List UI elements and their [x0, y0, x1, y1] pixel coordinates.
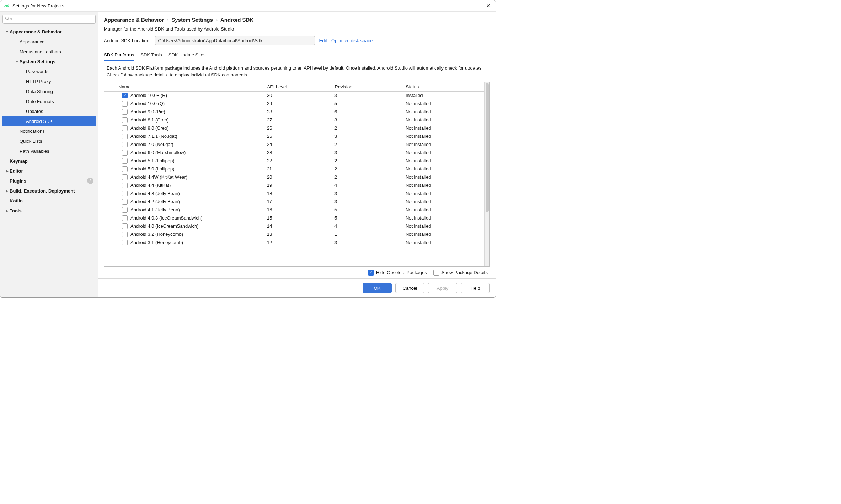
tab-sdk-update-sites[interactable]: SDK Update Sites	[168, 50, 206, 61]
apply-button[interactable]: Apply	[428, 283, 457, 293]
api-level: 26	[264, 124, 332, 132]
checkbox[interactable]	[122, 240, 128, 245]
help-button[interactable]: Help	[461, 283, 490, 293]
sidebar-item[interactable]: Quick Lists	[2, 136, 96, 146]
sidebar-item[interactable]: ▶Build, Execution, Deployment	[2, 186, 96, 196]
checkbox[interactable]	[122, 125, 128, 131]
sidebar-item[interactable]: Plugins2	[2, 176, 96, 186]
table-row[interactable]: Android 7.0 (Nougat)242Not installed	[104, 140, 484, 148]
sidebar-item[interactable]: Data Sharing	[2, 86, 96, 96]
table-row[interactable]: Android 5.0 (Lollipop)212Not installed	[104, 165, 484, 173]
chevron-down-icon[interactable]: ▼	[5, 30, 10, 34]
checkbox[interactable]	[122, 191, 128, 196]
table-row[interactable]: Android 4.4W (KitKat Wear)202Not install…	[104, 173, 484, 181]
checkbox[interactable]	[122, 158, 128, 164]
sidebar-item[interactable]: ▶Editor	[2, 166, 96, 176]
tab-sdk-tools[interactable]: SDK Tools	[140, 50, 162, 61]
ok-button[interactable]: OK	[363, 283, 392, 293]
edit-link[interactable]: Edit	[319, 38, 327, 43]
table-row[interactable]: Android 9.0 (Pie)286Not installed	[104, 108, 484, 116]
checkbox[interactable]: ✓	[122, 93, 128, 98]
platform-name: Android 4.0.3 (IceCreamSandwich)	[130, 215, 202, 221]
sidebar-item[interactable]: Date Formats	[2, 96, 96, 106]
table-row[interactable]: Android 7.1.1 (Nougat)253Not installed	[104, 132, 484, 140]
platform-name: Android 4.4 (KitKat)	[130, 183, 171, 188]
chevron-down-icon[interactable]: ▼	[15, 60, 20, 64]
table-row[interactable]: Android 4.2 (Jelly Bean)173Not installed	[104, 197, 484, 206]
scrollbar-thumb[interactable]	[486, 83, 489, 212]
checkbox-icon	[433, 270, 439, 276]
sidebar-item-label: Date Formats	[26, 99, 54, 104]
platform-name: Android 7.1.1 (Nougat)	[130, 134, 177, 139]
sidebar-item[interactable]: Updates	[2, 106, 96, 116]
sidebar-item[interactable]: ▼Appearance & Behavior	[2, 27, 96, 37]
status: Not installed	[403, 108, 484, 116]
column-status[interactable]: Status	[403, 82, 484, 92]
sidebar-item-label: Data Sharing	[26, 89, 53, 94]
table-row[interactable]: Android 4.3 (Jelly Bean)183Not installed	[104, 189, 484, 197]
checkbox[interactable]	[122, 134, 128, 139]
sidebar-item[interactable]: ▼System Settings	[2, 56, 96, 66]
chevron-right-icon[interactable]: ▶	[5, 189, 10, 193]
checkbox[interactable]	[122, 207, 128, 213]
table-row[interactable]: Android 5.1 (Lollipop)222Not installed	[104, 157, 484, 165]
vertical-scrollbar[interactable]	[484, 82, 489, 266]
sidebar-item-label: Passwords	[26, 69, 49, 74]
show-details-checkbox[interactable]: Show Package Details	[433, 270, 488, 276]
table-row[interactable]: Android 4.0 (IceCreamSandwich)144Not ins…	[104, 222, 484, 230]
table-row[interactable]: Android 8.0 (Oreo)262Not installed	[104, 124, 484, 132]
sidebar-item[interactable]: Path Variables	[2, 146, 96, 156]
column-name[interactable]: Name	[104, 82, 264, 92]
checkbox[interactable]	[122, 174, 128, 180]
table-row[interactable]: Android 4.1 (Jelly Bean)165Not installed	[104, 206, 484, 214]
checkbox[interactable]	[122, 166, 128, 172]
chevron-right-icon[interactable]: ▶	[5, 209, 10, 213]
column-revision[interactable]: Revision	[332, 82, 403, 92]
table-row[interactable]: Android 8.1 (Oreo)273Not installed	[104, 116, 484, 124]
checkbox[interactable]	[122, 215, 128, 221]
checkbox[interactable]	[122, 223, 128, 229]
search-dropdown-icon[interactable]: ▾	[10, 17, 12, 21]
column-api[interactable]: API Level	[264, 82, 332, 92]
checkbox[interactable]	[122, 117, 128, 123]
platform-name: Android 8.0 (Oreo)	[130, 125, 169, 131]
sidebar-item[interactable]: Appearance	[2, 37, 96, 47]
chevron-right-icon[interactable]: ▶	[5, 169, 10, 173]
sidebar-item[interactable]: Keymap	[2, 156, 96, 166]
hide-obsolete-checkbox[interactable]: ✓ Hide Obsolete Packages	[368, 270, 427, 276]
status: Not installed	[403, 116, 484, 124]
sidebar-item[interactable]: Kotlin	[2, 196, 96, 206]
revision: 4	[332, 181, 403, 189]
table-row[interactable]: Android 3.1 (Honeycomb)123Not installed	[104, 238, 484, 246]
table-row[interactable]: Android 3.2 (Honeycomb)131Not installed	[104, 230, 484, 238]
sidebar-item[interactable]: Notifications	[2, 126, 96, 136]
api-level: 12	[264, 238, 332, 246]
checkbox[interactable]	[122, 142, 128, 147]
close-icon[interactable]: ✕	[484, 2, 492, 9]
sdk-location-field[interactable]	[155, 36, 315, 45]
optimize-link[interactable]: Optimize disk space	[331, 38, 373, 43]
checkbox[interactable]	[122, 101, 128, 107]
api-level: 14	[264, 222, 332, 230]
table-row[interactable]: Android 6.0 (Marshmallow)233Not installe…	[104, 148, 484, 157]
table-row[interactable]: ✓Android 10.0+ (R)303Installed	[104, 91, 484, 99]
sidebar-item-label: Android SDK	[26, 119, 53, 124]
search-input[interactable]: ▾	[2, 15, 96, 24]
checkbox[interactable]	[122, 232, 128, 237]
checkbox[interactable]	[122, 109, 128, 115]
tab-sdk-platforms[interactable]: SDK Platforms	[104, 50, 134, 61]
table-row[interactable]: Android 4.0.3 (IceCreamSandwich)155Not i…	[104, 214, 484, 222]
checkbox[interactable]	[122, 199, 128, 205]
sidebar-item[interactable]: Android SDK	[2, 116, 96, 126]
sidebar-item[interactable]: HTTP Proxy	[2, 76, 96, 86]
table-row[interactable]: Android 4.4 (KitKat)194Not installed	[104, 181, 484, 189]
checkbox[interactable]	[122, 150, 128, 156]
platforms-table: Name API Level Revision Status ✓Android …	[104, 82, 490, 267]
table-row[interactable]: Android 10.0 (Q)295Not installed	[104, 99, 484, 108]
sidebar-item[interactable]: Passwords	[2, 66, 96, 76]
sidebar-item[interactable]: ▶Tools	[2, 206, 96, 216]
checkbox[interactable]	[122, 183, 128, 188]
cancel-button[interactable]: Cancel	[395, 283, 424, 293]
page-description: Manager for the Android SDK and Tools us…	[104, 26, 490, 32]
sidebar-item[interactable]: Menus and Toolbars	[2, 47, 96, 56]
